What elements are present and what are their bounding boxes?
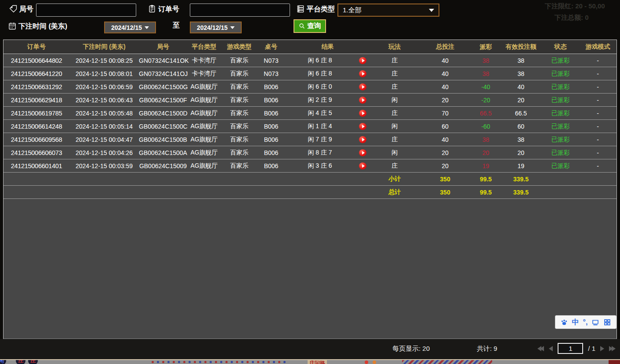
play-video-icon[interactable] bbox=[359, 97, 366, 104]
subtotal-row-payout: 99.5 bbox=[471, 176, 500, 183]
cell-total: 60 bbox=[419, 123, 471, 130]
total-count-label: 共计: 9 bbox=[477, 345, 497, 353]
cell-round: GB00624C1500A bbox=[139, 149, 187, 156]
cell-platform: AG旗舰厅 bbox=[187, 136, 221, 144]
cell-play bbox=[355, 136, 370, 143]
cell-game: 百家乐 bbox=[221, 57, 257, 65]
column-header-playtype: 玩法 bbox=[370, 43, 419, 51]
ime-toolbar: 中 °, bbox=[555, 315, 616, 329]
cell-total: 40 bbox=[419, 70, 471, 77]
cell-game: 百家乐 bbox=[221, 96, 257, 104]
platform-type-select[interactable]: 1.全部 bbox=[337, 4, 439, 17]
cell-payout: -60 bbox=[471, 123, 500, 130]
cell-status: 已派彩 bbox=[542, 136, 579, 144]
cell-platform: 卡卡湾厅 bbox=[187, 70, 221, 78]
cell-play bbox=[355, 149, 370, 156]
date-from-value: 2024/12/15 bbox=[111, 24, 142, 31]
roadmap-red-dot bbox=[365, 360, 368, 364]
grand-total-row-total: 350 bbox=[419, 189, 471, 196]
cell-playtype: 庄 bbox=[370, 109, 419, 117]
play-video-icon[interactable] bbox=[359, 110, 366, 117]
table-row: 2412150066095682024-12-15 00:04:47GB0062… bbox=[4, 133, 616, 146]
cell-tableno: B006 bbox=[257, 83, 285, 90]
cell-time: 2024-12-15 00:05:14 bbox=[69, 123, 139, 130]
round-number-input[interactable] bbox=[36, 4, 136, 17]
cell-mode: - bbox=[579, 136, 616, 143]
cell-tableno: B006 bbox=[257, 110, 285, 117]
cell-game: 百家乐 bbox=[221, 70, 257, 78]
next-page-button[interactable] bbox=[600, 346, 604, 351]
page-number-input[interactable] bbox=[558, 343, 583, 354]
cell-round: GB00624C1500D bbox=[139, 110, 187, 117]
cell-payout: -20 bbox=[471, 97, 500, 104]
cell-game: 百家乐 bbox=[221, 162, 257, 170]
cell-platform: 卡卡湾厅 bbox=[187, 57, 221, 65]
cell-valid: 19 bbox=[500, 162, 542, 169]
subtotal-row: 小计35099.5339.5 bbox=[4, 173, 616, 186]
ime-punctuation-toggle[interactable]: °, bbox=[583, 319, 588, 326]
platform-type-label: 平台类型 bbox=[307, 5, 335, 14]
search-button[interactable]: 查询 bbox=[294, 19, 326, 33]
cell-valid: 38 bbox=[500, 57, 542, 64]
cell-game: 百家乐 bbox=[221, 83, 257, 91]
table-row: 2412150066014012024-12-15 00:03:59GB0062… bbox=[4, 159, 616, 173]
cell-order: 241215006644802 bbox=[4, 57, 69, 64]
page-total-label: / 1 bbox=[588, 345, 595, 352]
cell-playtype: 庄 bbox=[370, 83, 419, 91]
table-row: 2412150066412202024-12-15 00:08:01GN0732… bbox=[4, 67, 616, 80]
cell-total: 20 bbox=[419, 97, 471, 104]
previous-page-button[interactable] bbox=[549, 346, 553, 351]
roadmap-dot-row bbox=[152, 361, 286, 363]
cell-time: 2024-12-15 00:08:25 bbox=[69, 57, 139, 64]
date-from-picker[interactable]: 2024/12/15 bbox=[104, 22, 156, 33]
last-page-button[interactable] bbox=[609, 346, 616, 351]
cell-order: 241215006641220 bbox=[4, 70, 69, 77]
play-video-icon[interactable] bbox=[359, 70, 366, 77]
cell-total: 40 bbox=[419, 83, 471, 90]
cell-total: 40 bbox=[419, 57, 471, 64]
play-video-icon[interactable] bbox=[359, 136, 366, 143]
cell-round: GB00624C1500C bbox=[139, 123, 187, 130]
cell-payout: 38 bbox=[471, 70, 500, 77]
cell-valid: 60 bbox=[500, 123, 542, 130]
cell-status: 已派彩 bbox=[542, 57, 579, 65]
column-header-total: 总投注 bbox=[419, 43, 471, 51]
cell-order: 241215006619785 bbox=[4, 110, 69, 117]
cell-order: 241215006606073 bbox=[4, 149, 69, 156]
paw-icon[interactable] bbox=[560, 318, 568, 326]
play-video-icon[interactable] bbox=[359, 162, 366, 169]
cell-result: 闲 4 庄 5 bbox=[285, 109, 355, 117]
cell-play bbox=[355, 83, 370, 90]
subtotal-row-playtype: 小计 bbox=[370, 175, 419, 183]
column-header-mode: 游戏模式 bbox=[579, 43, 616, 51]
cell-total: 20 bbox=[419, 149, 471, 156]
pagination-bar: 每页显示: 20 共计: 9 / 1 bbox=[0, 339, 620, 359]
play-video-icon[interactable] bbox=[359, 123, 366, 130]
first-page-button[interactable] bbox=[537, 346, 544, 351]
cell-valid: 66.5 bbox=[500, 110, 542, 117]
clipboard-tray-icon[interactable] bbox=[591, 318, 599, 326]
cell-status: 已派彩 bbox=[542, 149, 579, 157]
results-table: 订单号下注时间 (美东)局号平台类型游戏类型桌号结果玩法总投注派彩有效投注额状态… bbox=[3, 40, 617, 339]
order-number-input[interactable] bbox=[190, 4, 290, 17]
background-bleed-strip: 闲 庄 庄 庄问路 bbox=[0, 360, 620, 364]
cell-payout: 38 bbox=[471, 136, 500, 143]
column-header-payout: 派彩 bbox=[471, 43, 500, 51]
play-video-icon[interactable] bbox=[359, 149, 366, 156]
roadmap-red-block bbox=[609, 360, 620, 364]
cell-result: 闲 6 庄 0 bbox=[285, 83, 355, 91]
cell-result: 闲 3 庄 6 bbox=[285, 162, 355, 170]
cell-platform: AG旗舰厅 bbox=[187, 109, 221, 117]
play-video-icon[interactable] bbox=[359, 57, 366, 64]
date-to-picker[interactable]: 2024/12/15 bbox=[190, 22, 242, 33]
ime-language-toggle[interactable]: 中 bbox=[572, 319, 579, 326]
play-video-icon[interactable] bbox=[359, 83, 366, 90]
cell-tableno: N073 bbox=[257, 70, 285, 77]
cell-tableno: N073 bbox=[257, 57, 285, 64]
grid-menu-icon[interactable] bbox=[603, 318, 611, 326]
cell-valid: 20 bbox=[500, 97, 542, 104]
cell-tableno: B006 bbox=[257, 162, 285, 169]
cell-time: 2024-12-15 00:04:47 bbox=[69, 136, 139, 143]
cell-tableno: B006 bbox=[257, 123, 285, 130]
cell-order: 241215006629418 bbox=[4, 97, 69, 104]
